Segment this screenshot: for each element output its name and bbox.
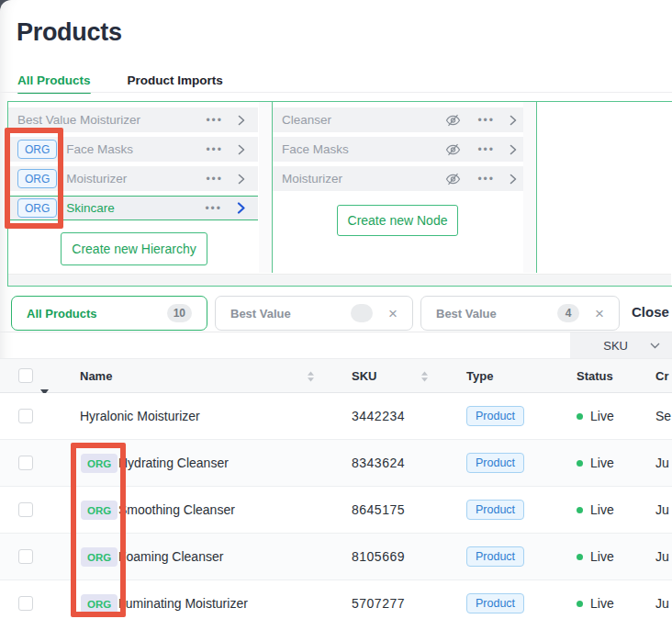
product-sku: 5707277 xyxy=(352,580,405,619)
table-row[interactable]: ORG Hydrating Cleanser 8343624 Product L… xyxy=(0,440,672,487)
live-status-dot xyxy=(577,460,583,467)
type-badge: Product xyxy=(466,593,524,613)
filter-chip-best-value-1[interactable]: Best Value × xyxy=(215,296,413,331)
chip-label: Best Value xyxy=(436,307,497,321)
product-type: Product xyxy=(466,546,524,567)
hierarchy-browser-panel: Best Value Moisturizer ••• ORG Face Mask… xyxy=(7,101,672,287)
row-checkbox[interactable] xyxy=(18,502,33,517)
more-options-icon[interactable]: ••• xyxy=(477,115,495,126)
column-header-sku: SKU xyxy=(352,359,376,394)
type-badge: Product xyxy=(466,453,524,473)
product-type: Product xyxy=(466,593,524,613)
org-badge: ORG xyxy=(81,501,118,520)
product-name: Luminating Moisturizer xyxy=(118,580,248,619)
row-checkbox[interactable] xyxy=(18,596,33,611)
scrollbar-track[interactable] xyxy=(259,102,272,273)
chevron-right-icon[interactable] xyxy=(510,115,517,126)
horizontal-scrollbar-track[interactable] xyxy=(8,274,671,286)
product-name: Smoothing Cleanser xyxy=(118,487,235,534)
node-item[interactable]: Moisturizer ••• xyxy=(273,166,530,191)
org-badge: ORG xyxy=(81,547,118,567)
status-cell: Live xyxy=(577,393,614,440)
eye-off-icon[interactable] xyxy=(445,114,461,127)
create-new-hierarchy-button[interactable]: Create new Hierarchy xyxy=(61,232,207,265)
more-options-icon[interactable]: ••• xyxy=(206,115,223,126)
chevron-right-icon[interactable] xyxy=(238,174,245,185)
scrollbar-track[interactable] xyxy=(523,102,536,273)
type-badge: Product xyxy=(466,546,524,567)
table-row[interactable]: Hyralonic Moisturizer 3442234 Product Li… xyxy=(0,393,672,440)
chevron-right-icon[interactable] xyxy=(238,144,245,155)
row-checkbox[interactable] xyxy=(18,549,33,564)
nodes-column: Cleanser ••• Face Masks ••• Moisturizer … xyxy=(273,102,530,273)
search-attribute-dropdown[interactable]: SKU xyxy=(570,332,672,358)
filter-chip-bar: All Products 10 Best Value × Best Value … xyxy=(11,296,620,331)
chevron-right-icon[interactable] xyxy=(238,115,245,126)
main-tabs: All Products Product Imports xyxy=(17,73,223,87)
page-title: Products xyxy=(17,18,122,47)
created-date: Ju xyxy=(655,580,669,619)
select-all-checkbox[interactable] xyxy=(18,368,33,383)
hierarchy-item[interactable]: ORG Moisturizer ••• xyxy=(8,166,258,191)
node-item[interactable]: Cleanser ••• xyxy=(273,107,530,132)
product-sku: 3442234 xyxy=(352,393,405,440)
node-item[interactable]: Face Masks ••• xyxy=(273,137,530,162)
close-icon[interactable]: × xyxy=(595,306,604,321)
filter-chip-all-products[interactable]: All Products 10 xyxy=(11,296,207,331)
tab-product-imports[interactable]: Product Imports xyxy=(128,73,223,87)
node-item-label: Moisturizer xyxy=(282,172,445,186)
product-type: Product xyxy=(466,500,524,520)
more-options-icon[interactable]: ••• xyxy=(477,174,495,185)
status-label: Live xyxy=(590,409,614,423)
chip-count-badge: 10 xyxy=(167,304,192,322)
hierarchy-item[interactable]: ORG Face Masks ••• xyxy=(8,137,258,162)
product-type: Product xyxy=(466,406,524,426)
products-page: Products All Products Product Imports Be… xyxy=(0,0,672,619)
product-sku: 8343624 xyxy=(352,440,405,487)
table-row[interactable]: ORG Smoothing Cleanser 8645175 Product L… xyxy=(0,487,672,534)
created-date: Ju xyxy=(655,534,669,580)
sort-icon[interactable] xyxy=(420,371,429,382)
create-new-node-button[interactable]: Create new Node xyxy=(337,205,458,236)
status-label: Live xyxy=(590,596,614,611)
close-all-button[interactable]: Close all xyxy=(632,304,672,320)
filter-chip-best-value-2[interactable]: Best Value 4 × xyxy=(420,296,620,331)
hierarchy-item[interactable]: Best Value Moisturizer ••• xyxy=(8,107,258,132)
chevron-right-icon[interactable] xyxy=(510,174,517,185)
status-cell: Live xyxy=(577,534,614,580)
panel-divider xyxy=(536,102,537,273)
column-header-status: Status xyxy=(577,359,613,394)
more-options-icon[interactable]: ••• xyxy=(206,144,223,155)
org-badge: ORG xyxy=(17,169,57,188)
search-attribute-label: SKU xyxy=(603,339,628,353)
product-name: Foaming Cleanser xyxy=(118,534,223,580)
hierarchy-item-selected[interactable]: ORG Skincare ••• xyxy=(8,196,258,220)
status-label: Live xyxy=(590,549,614,564)
hierarchy-item-label: Skincare xyxy=(66,201,205,215)
created-date: Ju xyxy=(655,487,669,534)
eye-off-icon[interactable] xyxy=(445,173,461,186)
org-badge: ORG xyxy=(81,454,118,473)
more-options-icon[interactable]: ••• xyxy=(206,174,223,185)
eye-off-icon[interactable] xyxy=(445,143,461,156)
chevron-right-icon[interactable] xyxy=(510,144,517,155)
column-header-created: Cr xyxy=(655,359,668,394)
tabbar-divider xyxy=(0,92,672,93)
more-options-icon[interactable]: ••• xyxy=(205,203,222,214)
table-row[interactable]: ORG Luminating Moisturizer 5707277 Produ… xyxy=(0,580,672,619)
chevron-right-icon[interactable] xyxy=(237,202,245,214)
chip-count-badge: 4 xyxy=(557,304,579,322)
sort-icon[interactable] xyxy=(307,371,315,382)
chip-count-badge xyxy=(351,304,373,322)
node-item-label: Cleanser xyxy=(282,113,445,127)
more-options-icon[interactable]: ••• xyxy=(477,144,495,155)
type-badge: Product xyxy=(466,406,524,426)
table-header: Name SKU Type Status Cr xyxy=(0,358,672,393)
close-icon[interactable]: × xyxy=(388,306,398,321)
chip-label: All Products xyxy=(27,307,97,321)
row-checkbox[interactable] xyxy=(18,409,33,423)
table-row[interactable]: ORG Foaming Cleanser 8105669 Product Liv… xyxy=(0,534,672,580)
row-checkbox[interactable] xyxy=(18,456,33,470)
tab-all-products[interactable]: All Products xyxy=(17,73,91,87)
status-label: Live xyxy=(590,456,614,470)
